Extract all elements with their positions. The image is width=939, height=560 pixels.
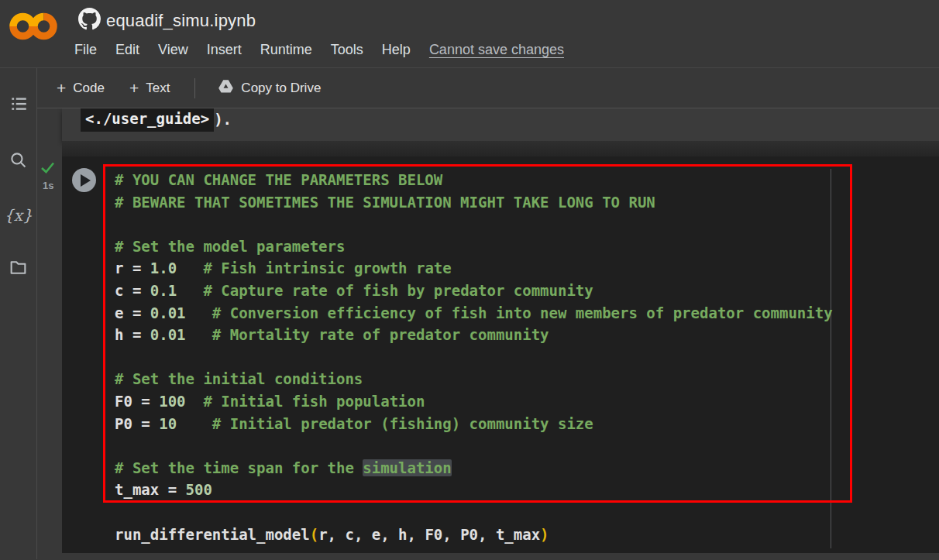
cell-gap	[62, 141, 939, 156]
code-line[interactable]: h = 0.01 # Mortality rate of predator co…	[115, 324, 833, 346]
code-token[interactable]: 0.01	[150, 326, 186, 343]
code-token[interactable]: # YOU CAN CHANGE THE PARAMETERS BELOW	[115, 171, 442, 188]
code-token[interactable]: 1.0	[150, 259, 177, 277]
markdown-content: <./user_guide>).	[81, 108, 939, 132]
code-token[interactable]: # Conversion efficiency of fish into new…	[212, 304, 833, 321]
menu-help[interactable]: Help	[382, 42, 411, 58]
search-icon[interactable]	[9, 150, 28, 173]
code-token[interactable]: e =	[115, 304, 150, 321]
code-token[interactable]: # BEWARE THAT SOMETIMES THE SIMULATION M…	[115, 194, 655, 211]
code-token[interactable]	[177, 415, 212, 432]
markdown-text: ).	[214, 111, 232, 128]
code-token[interactable]: F0 =	[115, 393, 159, 410]
table-of-contents-icon[interactable]	[9, 94, 29, 117]
colab-window: { "header": { "title": "equadif_simu.ipy…	[0, 0, 939, 560]
code-token[interactable]	[115, 215, 123, 232]
menu-edit[interactable]: Edit	[115, 42, 139, 58]
code-token[interactable]: # Initial predator (fishing) community s…	[212, 415, 593, 432]
code-line[interactable]: run_differential_model(r, c, e, h, F0, P…	[115, 524, 833, 546]
code-line[interactable]: # Set the time span for the simulation	[115, 457, 833, 479]
drive-icon	[218, 79, 234, 98]
code-line[interactable]	[115, 435, 833, 457]
menubar: File Edit View Insert Runtime Tools Help…	[74, 42, 564, 58]
run-cell-button[interactable]	[72, 168, 96, 192]
add-code-label: Code	[73, 81, 105, 96]
code-token[interactable]: r, c, e, h, F0, P0, t_max	[318, 526, 540, 543]
code-token[interactable]: # Set the model parameters	[115, 238, 345, 255]
code-token[interactable]: 0.01	[150, 304, 186, 321]
menu-file[interactable]: File	[74, 42, 97, 58]
code-token[interactable]: 0.1	[150, 282, 177, 299]
play-icon	[81, 174, 91, 187]
menu-view[interactable]: View	[158, 42, 188, 58]
plus-icon: +	[57, 80, 66, 96]
code-token[interactable]: (	[310, 526, 318, 543]
copy-to-drive-button[interactable]: Copy to Drive	[218, 79, 321, 98]
execution-success-check-icon	[40, 160, 56, 177]
code-line[interactable]: # Set the initial conditions	[115, 368, 833, 390]
code-token[interactable]: # Set the initial conditions	[115, 370, 363, 387]
notebook-title[interactable]: equadif_simu.ipynb	[106, 11, 256, 31]
code-token[interactable]: t_max =	[115, 481, 186, 498]
code-line[interactable]: P0 = 10 # Initial predator (fishing) com…	[115, 413, 833, 435]
menu-insert[interactable]: Insert	[207, 42, 242, 58]
add-text-label: Text	[146, 81, 170, 96]
code-token[interactable]: P0 =	[115, 415, 159, 432]
code-token[interactable]: h =	[115, 326, 150, 343]
code-cell[interactable]: # YOU CAN CHANGE THE PARAMETERS BELOW# B…	[62, 156, 939, 553]
code-line[interactable]: F0 = 100 # Initial fish population	[115, 390, 833, 413]
variables-icon[interactable]: {x}	[4, 206, 33, 225]
add-text-button[interactable]: + Text	[129, 80, 170, 96]
code-line[interactable]: e = 0.01 # Conversion efficiency of fish…	[115, 302, 833, 325]
code-token[interactable]	[115, 349, 123, 366]
code-token[interactable]: # Set the time span for the	[115, 459, 363, 476]
code-line[interactable]: t_max = 500	[115, 479, 833, 501]
left-sidebar: {x}	[0, 68, 37, 559]
code-token[interactable]	[115, 503, 123, 520]
code-token[interactable]: run_differential_model	[115, 526, 310, 543]
notebook-area: <./user_guide>). 1s # YOU CAN CHANGE THE…	[37, 108, 939, 559]
code-token[interactable]: )	[540, 526, 549, 543]
code-token[interactable]	[177, 259, 203, 277]
titlebar: equadif_simu.ipynb	[78, 8, 256, 33]
code-line[interactable]	[115, 213, 833, 235]
body-row: {x} + Code + Text	[0, 68, 939, 559]
cell-toolbar: + Code + Text Copy to Drive	[37, 68, 939, 108]
code-line[interactable]: # BEWARE THAT SOMETIMES THE SIMULATION M…	[115, 191, 833, 214]
code-token[interactable]	[115, 437, 123, 454]
code-token[interactable]: r =	[115, 259, 150, 277]
code-token[interactable]: # Initial fish population	[203, 393, 425, 410]
code-line[interactable]	[115, 501, 833, 524]
code-line[interactable]: # YOU CAN CHANGE THE PARAMETERS BELOW	[115, 169, 833, 191]
code-token[interactable]	[186, 326, 212, 343]
copy-to-drive-label: Copy to Drive	[241, 81, 321, 96]
execution-time: 1s	[43, 180, 53, 191]
code-token[interactable]	[186, 393, 204, 410]
code-line[interactable]: r = 1.0 # Fish intrinsic growth rate	[115, 257, 833, 280]
code-token[interactable]: c =	[115, 282, 150, 299]
code-line[interactable]	[115, 346, 833, 369]
menu-tools[interactable]: Tools	[331, 42, 363, 58]
inline-code: <./user_guide>	[81, 108, 214, 132]
save-status-link[interactable]: Cannot save changes	[429, 42, 564, 58]
code-token[interactable]: # Mortality rate of predator community	[212, 326, 549, 343]
github-icon	[78, 8, 101, 33]
code-line[interactable]: c = 0.1 # Capture rate of fish by predat…	[115, 280, 833, 302]
menu-runtime[interactable]: Runtime	[260, 42, 312, 58]
code-token[interactable]: 100	[159, 393, 185, 410]
code-line[interactable]: # Set the model parameters	[115, 235, 833, 258]
header: equadif_simu.ipynb File Edit View Insert…	[0, 0, 939, 68]
code-token[interactable]: # Capture rate of fish by predator commu…	[203, 282, 593, 299]
files-icon[interactable]	[9, 258, 28, 280]
code-token[interactable]: 10	[159, 415, 177, 432]
code-editor[interactable]: # YOU CAN CHANGE THE PARAMETERS BELOW# B…	[115, 169, 833, 545]
code-token[interactable]: # Fish intrinsic growth rate	[203, 259, 451, 277]
code-token[interactable]: 500	[186, 481, 212, 498]
code-token[interactable]	[186, 304, 212, 321]
add-code-button[interactable]: + Code	[57, 80, 105, 96]
code-token[interactable]: simulation	[363, 459, 451, 476]
colab-logo-icon[interactable]	[9, 5, 57, 50]
toolbar-divider	[194, 78, 195, 98]
code-token[interactable]	[177, 282, 203, 299]
markdown-cell[interactable]: <./user_guide>).	[62, 108, 939, 141]
